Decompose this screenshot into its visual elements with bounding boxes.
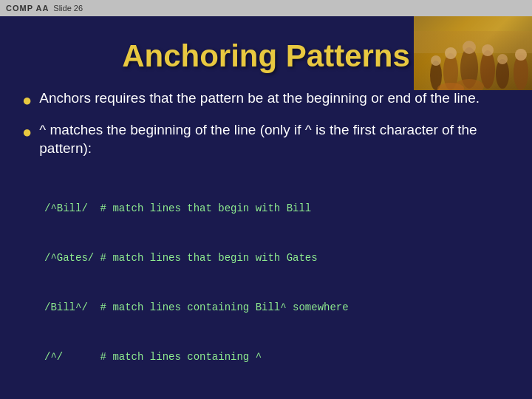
code-line-3: /Bill^/ # match lines containing Bill^ s… xyxy=(44,299,510,316)
code-line-1: /^Bill/ # match lines that begin with Bi… xyxy=(44,200,510,216)
svg-point-9 xyxy=(463,41,476,54)
svg-point-7 xyxy=(431,55,441,66)
bullet-text-2: ^ matches the beginning of the line (onl… xyxy=(39,120,510,158)
content-area: ● Anchors requires that the pattern be a… xyxy=(0,89,532,399)
svg-point-11 xyxy=(497,54,508,64)
top-right-image xyxy=(414,16,532,90)
bullet-dot-2: ● xyxy=(22,122,32,143)
code-line-4: /^/ # match lines containing ^ xyxy=(44,349,510,365)
bullet-item-2: ● ^ matches the beginning of the line (o… xyxy=(22,120,510,158)
bullet-dot-1: ● xyxy=(22,90,32,112)
top-bar: COMP AA Slide 26 xyxy=(0,0,532,16)
bullet-text-1: Anchors requires that the pattern be at … xyxy=(39,89,480,108)
painting-image xyxy=(414,16,532,90)
slide-container: COMP AA Slide 26 xyxy=(0,0,532,399)
code-block-1: /^Bill/ # match lines that begin with Bi… xyxy=(44,167,510,398)
slide-label: Slide 26 xyxy=(53,4,83,13)
svg-point-10 xyxy=(482,44,494,56)
svg-point-12 xyxy=(515,49,527,61)
bullet-item-1: ● Anchors requires that the pattern be a… xyxy=(22,89,510,112)
svg-point-8 xyxy=(445,47,457,59)
logo: COMP AA xyxy=(6,4,49,13)
code-line-2: /^Gates/ # match lines that begin with G… xyxy=(44,250,510,266)
